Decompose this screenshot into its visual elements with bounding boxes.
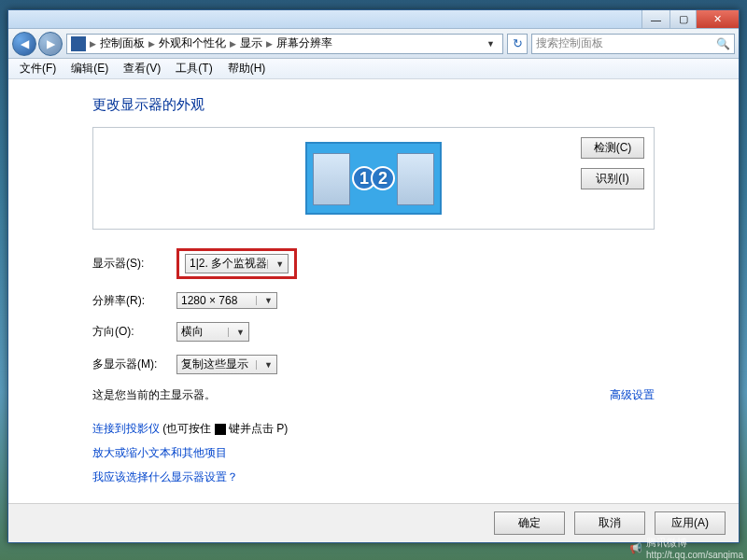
control-panel-icon bbox=[71, 36, 86, 51]
menu-edit[interactable]: 编辑(E) bbox=[63, 61, 116, 77]
monitor-thumb-1 bbox=[313, 153, 350, 205]
identify-button[interactable]: 识别(I) bbox=[581, 168, 644, 189]
monitor-preview: 1 2 检测(C) 识别(I) bbox=[92, 127, 655, 230]
back-button[interactable]: ◀ bbox=[12, 32, 36, 56]
search-placeholder: 搜索控制面板 bbox=[536, 35, 603, 51]
menu-help[interactable]: 帮助(H) bbox=[220, 61, 274, 77]
detect-button[interactable]: 检测(C) bbox=[581, 137, 644, 159]
menu-view[interactable]: 查看(V) bbox=[116, 61, 168, 77]
separator-icon: ▶ bbox=[230, 39, 236, 49]
content-area: 更改显示器的外观 1 2 检测(C) 识别(I) 显示器(S): 1|2. 多个… bbox=[8, 79, 739, 503]
help-links: 连接到投影仪 (也可按住 键并点击 P) 放大或缩小文本和其他项目 我应该选择什… bbox=[92, 416, 655, 489]
multi-display-label: 多显示器(M): bbox=[92, 357, 176, 372]
display-dropdown[interactable]: 1|2. 多个监视器 ▼ bbox=[185, 254, 289, 273]
menu-file[interactable]: 文件(F) bbox=[12, 61, 63, 77]
display-label: 显示器(S): bbox=[92, 256, 176, 272]
crumb-appearance[interactable]: 外观和个性化 bbox=[159, 35, 226, 51]
monitor-number-2: 2 bbox=[371, 166, 395, 190]
watermark-url: http://t.qq.com/sanqima bbox=[646, 550, 743, 560]
ok-button[interactable]: 确定 bbox=[494, 511, 565, 535]
cancel-button[interactable]: 取消 bbox=[574, 511, 645, 535]
advanced-settings-link[interactable]: 高级设置 bbox=[610, 387, 655, 403]
search-input[interactable]: 搜索控制面板 🔍 bbox=[531, 34, 735, 54]
orientation-value: 横向 bbox=[181, 324, 204, 340]
primary-monitor-note: 这是您当前的主显示器。 bbox=[92, 387, 216, 403]
resolution-value: 1280 × 768 bbox=[181, 294, 237, 307]
search-icon[interactable]: 🔍 bbox=[716, 37, 730, 50]
crumb-display[interactable]: 显示 bbox=[240, 35, 262, 51]
separator-icon: ▶ bbox=[148, 39, 155, 49]
page-title: 更改显示器的外观 bbox=[92, 96, 655, 114]
titlebar: — ▢ ✕ bbox=[8, 10, 739, 29]
address-bar[interactable]: ▶ 控制面板 ▶ 外观和个性化 ▶ 显示 ▶ 屏幕分辨率 ▼ bbox=[66, 34, 503, 54]
chevron-down-icon: ▼ bbox=[256, 360, 273, 370]
text-size-link[interactable]: 放大或缩小文本和其他项目 bbox=[92, 446, 227, 459]
close-button[interactable]: ✕ bbox=[696, 10, 739, 28]
maximize-button[interactable]: ▢ bbox=[669, 10, 696, 28]
control-panel-window: — ▢ ✕ ◀ ▶ ▶ 控制面板 ▶ 外观和个性化 ▶ 显示 ▶ 屏幕分辨率 ▼… bbox=[7, 9, 740, 543]
display-value: 1|2. 多个监视器 bbox=[190, 256, 267, 272]
multi-display-dropdown[interactable]: 复制这些显示 ▼ bbox=[176, 355, 277, 374]
forward-button[interactable]: ▶ bbox=[38, 32, 63, 56]
apply-button[interactable]: 应用(A) bbox=[655, 511, 726, 535]
chevron-down-icon: ▼ bbox=[267, 259, 284, 269]
orientation-dropdown[interactable]: 横向 ▼ bbox=[176, 322, 249, 342]
menu-tools[interactable]: 工具(T) bbox=[168, 61, 219, 77]
resolution-dropdown[interactable]: 1280 × 768 ▼ bbox=[176, 292, 277, 309]
projector-link[interactable]: 连接到投影仪 bbox=[92, 422, 160, 435]
chevron-down-icon: ▼ bbox=[256, 296, 273, 305]
windows-key-icon bbox=[215, 424, 226, 435]
refresh-button[interactable]: ↻ bbox=[507, 34, 528, 54]
watermark: 📢 腾讯微博 http://t.qq.com/sanqima bbox=[629, 536, 743, 560]
highlight-annotation: 1|2. 多个监视器 ▼ bbox=[176, 248, 297, 279]
which-settings-link[interactable]: 我应该选择什么显示器设置？ bbox=[92, 470, 238, 483]
watermark-brand: 腾讯微博 bbox=[646, 536, 743, 550]
orientation-label: 方向(O): bbox=[92, 324, 176, 340]
monitor-thumb-2 bbox=[397, 153, 434, 205]
separator-icon: ▶ bbox=[90, 39, 96, 49]
address-dropdown-icon[interactable]: ▼ bbox=[483, 39, 499, 49]
crumb-resolution[interactable]: 屏幕分辨率 bbox=[276, 35, 332, 51]
chevron-down-icon: ▼ bbox=[228, 328, 245, 337]
projector-hint-post: 键并点击 P) bbox=[226, 422, 289, 435]
projector-hint-pre: (也可按住 bbox=[160, 422, 215, 435]
menubar: 文件(F) 编辑(E) 查看(V) 工具(T) 帮助(H) bbox=[8, 59, 739, 79]
weibo-icon: 📢 bbox=[629, 542, 642, 554]
separator-icon: ▶ bbox=[266, 39, 273, 49]
multi-display-value: 复制这些显示 bbox=[181, 357, 248, 372]
monitor-group[interactable]: 1 2 bbox=[305, 142, 442, 215]
minimize-button[interactable]: — bbox=[641, 10, 669, 28]
resolution-label: 分辨率(R): bbox=[92, 293, 176, 309]
crumb-control-panel[interactable]: 控制面板 bbox=[100, 35, 145, 51]
navbar: ◀ ▶ ▶ 控制面板 ▶ 外观和个性化 ▶ 显示 ▶ 屏幕分辨率 ▼ ↻ 搜索控… bbox=[8, 29, 739, 59]
